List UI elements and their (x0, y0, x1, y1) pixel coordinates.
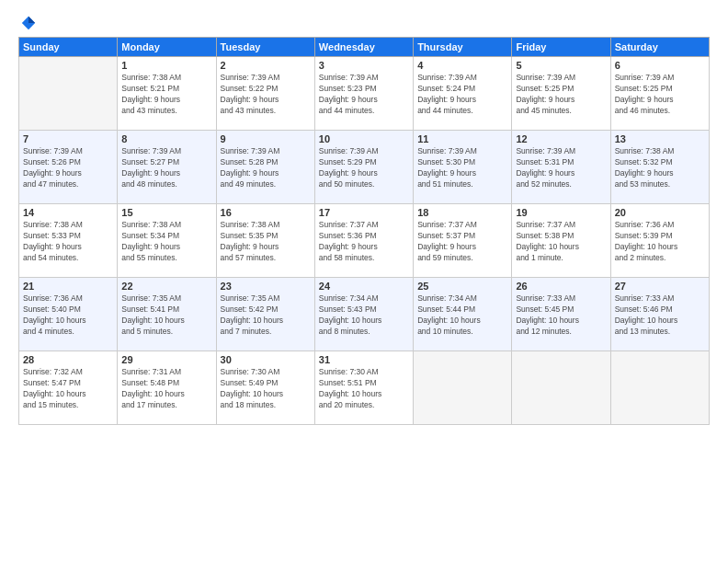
day-number: 11 (417, 133, 507, 144)
day-info: Sunrise: 7:35 AMSunset: 5:42 PMDaylight:… (221, 293, 311, 338)
calendar-cell: 17Sunrise: 7:37 AMSunset: 5:36 PMDayligh… (314, 204, 413, 278)
day-number: 3 (319, 60, 409, 71)
calendar-cell: 3Sunrise: 7:39 AMSunset: 5:23 PMDaylight… (314, 57, 413, 131)
header-saturday: Saturday (610, 38, 709, 57)
calendar-cell: 25Sunrise: 7:34 AMSunset: 5:44 PMDayligh… (414, 278, 512, 351)
day-info: Sunrise: 7:39 AMSunset: 5:31 PMDaylight:… (516, 146, 606, 190)
header-sunday: Sunday (19, 38, 118, 57)
calendar-cell: 18Sunrise: 7:37 AMSunset: 5:37 PMDayligh… (414, 204, 512, 278)
day-number: 7 (23, 133, 113, 144)
day-info: Sunrise: 7:39 AMSunset: 5:25 PMDaylight:… (615, 73, 705, 117)
calendar-cell: 2Sunrise: 7:39 AMSunset: 5:22 PMDaylight… (216, 57, 314, 131)
day-number: 5 (516, 60, 606, 71)
day-info: Sunrise: 7:30 AMSunset: 5:49 PMDaylight:… (221, 367, 311, 411)
day-info: Sunrise: 7:33 AMSunset: 5:45 PMDaylight:… (516, 293, 606, 338)
logo (18, 15, 37, 28)
day-number: 16 (221, 207, 311, 218)
day-info: Sunrise: 7:38 AMSunset: 5:35 PMDaylight:… (221, 220, 311, 264)
header-wednesday: Wednesday (314, 38, 413, 57)
calendar-week-row: 1Sunrise: 7:38 AMSunset: 5:21 PMDaylight… (19, 57, 710, 131)
day-number: 20 (615, 207, 705, 218)
day-info: Sunrise: 7:37 AMSunset: 5:38 PMDaylight:… (516, 220, 606, 264)
day-number: 1 (121, 60, 211, 71)
calendar-cell: 10Sunrise: 7:39 AMSunset: 5:29 PMDayligh… (314, 131, 413, 204)
day-number: 15 (121, 207, 211, 218)
day-info: Sunrise: 7:39 AMSunset: 5:29 PMDaylight:… (319, 146, 409, 190)
calendar-cell (610, 351, 709, 425)
day-number: 21 (23, 281, 113, 292)
header-monday: Monday (118, 38, 216, 57)
day-info: Sunrise: 7:39 AMSunset: 5:26 PMDaylight:… (23, 146, 113, 190)
calendar-header-row: SundayMondayTuesdayWednesdayThursdayFrid… (19, 38, 710, 57)
day-number: 10 (319, 133, 409, 144)
calendar-cell: 23Sunrise: 7:35 AMSunset: 5:42 PMDayligh… (216, 278, 314, 351)
calendar-cell: 30Sunrise: 7:30 AMSunset: 5:49 PMDayligh… (216, 351, 314, 425)
day-number: 6 (615, 60, 705, 71)
day-info: Sunrise: 7:39 AMSunset: 5:30 PMDaylight:… (417, 146, 507, 190)
calendar-week-row: 14Sunrise: 7:38 AMSunset: 5:33 PMDayligh… (19, 204, 710, 278)
calendar-cell: 13Sunrise: 7:38 AMSunset: 5:32 PMDayligh… (610, 131, 709, 204)
calendar-cell: 20Sunrise: 7:36 AMSunset: 5:39 PMDayligh… (610, 204, 709, 278)
calendar-cell: 11Sunrise: 7:39 AMSunset: 5:30 PMDayligh… (414, 131, 512, 204)
calendar-cell: 28Sunrise: 7:32 AMSunset: 5:47 PMDayligh… (19, 351, 118, 425)
header-thursday: Thursday (414, 38, 512, 57)
calendar-cell: 21Sunrise: 7:36 AMSunset: 5:40 PMDayligh… (19, 278, 118, 351)
calendar-cell: 4Sunrise: 7:39 AMSunset: 5:24 PMDaylight… (414, 57, 512, 131)
day-number: 12 (516, 133, 606, 144)
day-info: Sunrise: 7:38 AMSunset: 5:33 PMDaylight:… (23, 220, 113, 264)
calendar-week-row: 28Sunrise: 7:32 AMSunset: 5:47 PMDayligh… (19, 351, 710, 425)
calendar-cell: 7Sunrise: 7:39 AMSunset: 5:26 PMDaylight… (19, 131, 118, 204)
day-number: 13 (615, 133, 705, 144)
calendar-cell: 1Sunrise: 7:38 AMSunset: 5:21 PMDaylight… (118, 57, 216, 131)
day-number: 4 (417, 60, 507, 71)
calendar-cell (512, 351, 610, 425)
day-number: 2 (221, 60, 311, 71)
day-info: Sunrise: 7:30 AMSunset: 5:51 PMDaylight:… (319, 367, 409, 411)
day-number: 8 (121, 133, 211, 144)
day-number: 31 (319, 354, 409, 365)
calendar-cell: 16Sunrise: 7:38 AMSunset: 5:35 PMDayligh… (216, 204, 314, 278)
day-number: 17 (319, 207, 409, 218)
calendar-cell: 26Sunrise: 7:33 AMSunset: 5:45 PMDayligh… (512, 278, 610, 351)
day-info: Sunrise: 7:34 AMSunset: 5:43 PMDaylight:… (319, 293, 409, 338)
calendar-cell: 27Sunrise: 7:33 AMSunset: 5:46 PMDayligh… (610, 278, 709, 351)
logo-icon (20, 15, 37, 31)
day-number: 24 (319, 281, 409, 292)
day-number: 19 (516, 207, 606, 218)
calendar-cell: 15Sunrise: 7:38 AMSunset: 5:34 PMDayligh… (118, 204, 216, 278)
calendar-cell: 5Sunrise: 7:39 AMSunset: 5:25 PMDaylight… (512, 57, 610, 131)
day-info: Sunrise: 7:39 AMSunset: 5:23 PMDaylight:… (319, 73, 409, 117)
day-info: Sunrise: 7:39 AMSunset: 5:22 PMDaylight:… (221, 73, 311, 117)
calendar-cell: 24Sunrise: 7:34 AMSunset: 5:43 PMDayligh… (314, 278, 413, 351)
day-info: Sunrise: 7:37 AMSunset: 5:37 PMDaylight:… (417, 220, 507, 264)
header-tuesday: Tuesday (216, 38, 314, 57)
day-info: Sunrise: 7:33 AMSunset: 5:46 PMDaylight:… (615, 293, 705, 338)
day-number: 28 (23, 354, 113, 365)
logo-text (18, 15, 37, 31)
day-number: 29 (121, 354, 211, 365)
day-info: Sunrise: 7:39 AMSunset: 5:25 PMDaylight:… (516, 73, 606, 117)
day-number: 25 (417, 281, 507, 292)
day-info: Sunrise: 7:38 AMSunset: 5:32 PMDaylight:… (615, 146, 705, 190)
day-info: Sunrise: 7:38 AMSunset: 5:34 PMDaylight:… (121, 220, 211, 264)
calendar-cell: 6Sunrise: 7:39 AMSunset: 5:25 PMDaylight… (610, 57, 709, 131)
calendar-cell: 29Sunrise: 7:31 AMSunset: 5:48 PMDayligh… (118, 351, 216, 425)
day-number: 18 (417, 207, 507, 218)
page: SundayMondayTuesdayWednesdayThursdayFrid… (0, 0, 728, 563)
svg-marker-1 (28, 17, 35, 23)
day-info: Sunrise: 7:34 AMSunset: 5:44 PMDaylight:… (417, 293, 507, 338)
day-number: 26 (516, 281, 606, 292)
calendar-cell: 12Sunrise: 7:39 AMSunset: 5:31 PMDayligh… (512, 131, 610, 204)
calendar-cell: 8Sunrise: 7:39 AMSunset: 5:27 PMDaylight… (118, 131, 216, 204)
day-number: 9 (221, 133, 311, 144)
day-info: Sunrise: 7:39 AMSunset: 5:27 PMDaylight:… (121, 146, 211, 190)
calendar-week-row: 21Sunrise: 7:36 AMSunset: 5:40 PMDayligh… (19, 278, 710, 351)
day-info: Sunrise: 7:37 AMSunset: 5:36 PMDaylight:… (319, 220, 409, 264)
day-number: 30 (221, 354, 311, 365)
day-info: Sunrise: 7:35 AMSunset: 5:41 PMDaylight:… (121, 293, 211, 338)
calendar-cell (19, 57, 118, 131)
calendar-cell: 22Sunrise: 7:35 AMSunset: 5:41 PMDayligh… (118, 278, 216, 351)
day-number: 14 (23, 207, 113, 218)
day-info: Sunrise: 7:39 AMSunset: 5:28 PMDaylight:… (221, 146, 311, 190)
calendar-week-row: 7Sunrise: 7:39 AMSunset: 5:26 PMDaylight… (19, 131, 710, 204)
